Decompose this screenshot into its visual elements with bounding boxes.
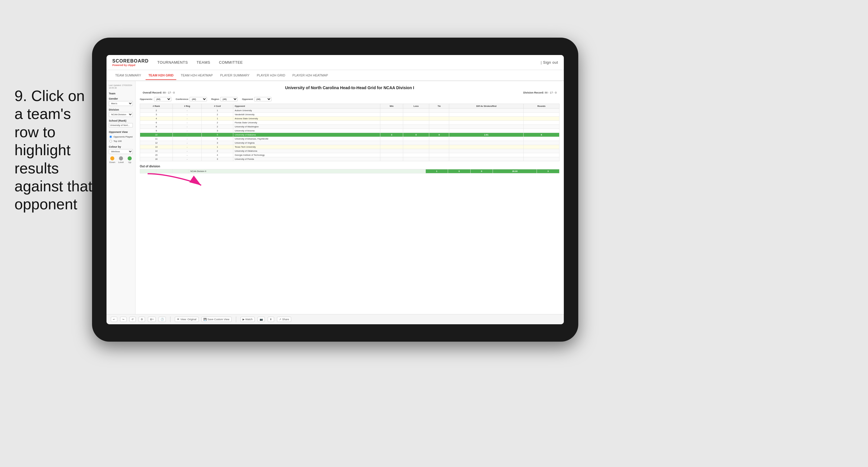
table-title: University of North Carolina Head-to-Hea… <box>140 85 559 90</box>
save-custom-view-button[interactable]: 💾 Save Custom View <box>202 317 231 322</box>
out-div-tie: 0 <box>470 169 493 173</box>
table-row[interactable]: 9-3University of Arizona <box>140 129 559 133</box>
tab-player-summary[interactable]: PLAYER SUMMARY <box>217 71 252 80</box>
opponent-filter-select[interactable]: (All) <box>254 97 272 101</box>
table-row[interactable]: 6-2Florida State University <box>140 121 559 125</box>
table-row[interactable]: 8-2University of Washington <box>140 125 559 129</box>
opponents-filter-label: Opponents: <box>140 98 153 100</box>
share-icon: ↗ <box>279 318 281 321</box>
reset-button[interactable]: ↺ <box>129 317 136 322</box>
table-row[interactable]: 2-1Auburn University <box>140 109 559 113</box>
colour-section: Colour by Win/loss <box>109 145 133 154</box>
sidebar-timestamp: Last Updated: 27/03/2024 16:55:38 <box>109 84 133 89</box>
toolbar-separator-1 <box>170 317 170 322</box>
out-of-division-header: Out of division <box>140 165 559 168</box>
logo-sub: Powered by clippd <box>112 64 149 66</box>
copy-button[interactable]: ⊞+ <box>148 317 156 322</box>
col-loss: Loss <box>403 104 429 109</box>
tab-player-h2h-grid[interactable]: PLAYER H2H GRID <box>254 71 288 80</box>
conference-filter: Conference (All) <box>176 97 207 101</box>
screenshot-button[interactable]: 📷 <box>257 317 265 322</box>
gender-dropdown[interactable]: Men's <box>109 101 133 106</box>
out-div-diff: 26.00 <box>493 169 537 173</box>
out-div-label: NCAA Division II <box>189 169 426 173</box>
save-icon: 💾 <box>204 318 207 321</box>
school-input[interactable] <box>109 123 133 127</box>
view-original-button[interactable]: 👁 View: Original <box>175 317 198 322</box>
toolbar-separator-2 <box>236 317 236 322</box>
out-div-rounds: 3 <box>537 169 559 173</box>
filter-row: Opponents: (All) Conference (All) Region <box>140 97 559 101</box>
division-dropdown[interactable]: NCAA Division I <box>109 112 133 117</box>
table-row[interactable]: 12-3University of Virginia <box>140 141 559 145</box>
clock-button[interactable]: 🕐 <box>159 317 166 322</box>
sidebar: Last Updated: 27/03/2024 16:55:38 Team G… <box>106 81 135 314</box>
sign-out-button[interactable]: Sign out <box>543 59 558 66</box>
top-navigation: SCOREBOARD Powered by clippd TOURNAMENTS… <box>106 55 564 70</box>
opponent-filter: Opponent (All) <box>242 97 272 101</box>
download-button[interactable]: ⬇ <box>268 317 274 322</box>
col-rank: # Rank <box>140 104 173 109</box>
watch-button[interactable]: ▶ Watch <box>241 317 255 322</box>
sidebar-gender-label: Gender <box>109 97 133 100</box>
bottom-toolbar: ↩ ↪ ↺ ⚙ ⊞+ 🕐 👁 View: Original 💾 Save Cus… <box>106 314 564 324</box>
tablet-frame: SCOREBOARD Powered by clippd TOURNAMENTS… <box>92 38 578 342</box>
nav-tournaments[interactable]: TOURNAMENTS <box>157 59 188 66</box>
tab-team-h2h-heatmap[interactable]: TEAM H2H HEATMAP <box>178 71 216 80</box>
sidebar-division-label: Division <box>109 108 133 111</box>
conference-filter-label: Conference <box>176 98 188 100</box>
undo-button[interactable]: ↩ <box>111 317 117 322</box>
camera-icon: 📷 <box>259 318 263 321</box>
tab-team-h2h-grid[interactable]: TEAM H2H GRID <box>146 71 177 80</box>
legend-up-label: Up <box>126 161 133 164</box>
nav-committee[interactable]: COMMITTEE <box>219 59 243 66</box>
colour-by-dropdown[interactable]: Win/loss <box>109 149 133 154</box>
main-content: Last Updated: 27/03/2024 16:55:38 Team G… <box>106 81 564 314</box>
share-button[interactable]: ↗ Share <box>277 317 291 322</box>
col-win: Win <box>380 104 403 109</box>
logo-text: SCOREBOARD <box>112 58 149 64</box>
opponents-played-radio[interactable]: Opponents Played <box>109 135 133 139</box>
out-of-division-row[interactable]: NCAA Division II 1 0 0 26.00 3 <box>140 169 559 173</box>
top100-radio[interactable]: Top 100 <box>109 139 133 143</box>
conference-filter-select[interactable]: (All) <box>190 97 207 101</box>
legend-level-dot <box>119 156 123 160</box>
out-div-win: 1 <box>426 169 448 173</box>
sidebar-team-label: Team <box>109 92 133 95</box>
legend-level-label: Level <box>118 161 124 164</box>
table-row[interactable]: 4-1Arizona State University <box>140 117 559 121</box>
sidebar-opponent-view-label: Opponent View <box>109 130 133 134</box>
instruction-text: 9. Click on a team's row to highlight re… <box>14 87 95 213</box>
table-row[interactable]: 16-3University of Florida <box>140 157 559 161</box>
sub-navigation: TEAM SUMMARY TEAM H2H GRID TEAM H2H HEAT… <box>106 70 564 81</box>
col-rounds: Rounds <box>524 104 559 109</box>
out-div-loss: 0 <box>448 169 471 173</box>
table-row[interactable]: 14-2University of Oklahoma <box>140 149 559 153</box>
out-div-rank <box>140 169 156 173</box>
out-div-reg <box>156 169 173 173</box>
region-filter-label: Region <box>211 98 219 100</box>
tab-team-summary[interactable]: TEAM SUMMARY <box>112 71 144 80</box>
table-row[interactable]: 10-5University of Alabama3002.618 <box>140 133 559 137</box>
opponent-view-options: Opponents Played Top 100 <box>109 135 133 143</box>
legend-row: Down Level Up <box>109 156 133 164</box>
tab-player-h2h-heatmap[interactable]: PLAYER H2H HEATMAP <box>289 71 331 80</box>
opponent-filter-label: Opponent <box>242 98 253 100</box>
settings-button[interactable]: ⚙ <box>138 317 145 322</box>
redo-button[interactable]: ↪ <box>120 317 126 322</box>
opponents-filter-select[interactable]: (All) <box>154 97 172 101</box>
out-of-division-table: NCAA Division II 1 0 0 26.00 3 <box>140 169 559 173</box>
colour-by-label: Colour by <box>109 145 133 148</box>
h2h-grid-table: # Rank # Reg # Conf Opponent Win Loss Ti… <box>140 104 559 161</box>
table-row[interactable]: 15-4Georgia Institute of Technology <box>140 153 559 157</box>
table-row[interactable]: 3-2Vanderbilt University <box>140 113 559 117</box>
table-row[interactable]: 11-6University of Arkansas, Fayetteville <box>140 137 559 141</box>
table-row[interactable]: 13-1Texas Tech University <box>140 145 559 149</box>
col-tie: Tie <box>429 104 449 109</box>
record-row: Overall Record: 89 - 17 - 0 Division Rec… <box>140 91 559 94</box>
region-filter-select[interactable]: (All) <box>220 97 238 101</box>
watch-icon: ▶ <box>243 318 245 321</box>
download-icon: ⬇ <box>270 318 272 321</box>
opponents-filter: Opponents: (All) <box>140 97 172 101</box>
nav-teams[interactable]: TEAMS <box>196 59 210 66</box>
